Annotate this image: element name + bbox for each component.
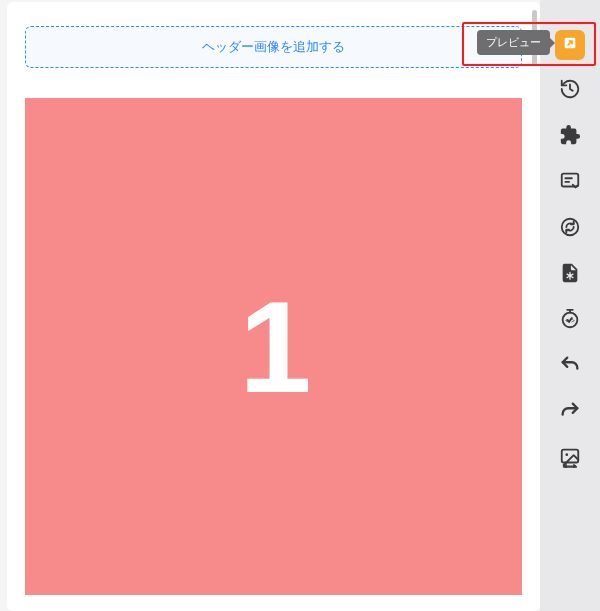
preview-button[interactable] <box>555 30 585 60</box>
extension-icon <box>559 124 581 150</box>
timer-icon: </> <box>559 308 581 334</box>
preview-tooltip: プレビュー <box>477 30 550 55</box>
image-swap-icon <box>559 446 581 472</box>
preview-tooltip-text: プレビュー <box>486 36 541 48</box>
add-header-image-button[interactable]: ヘッダー画像を追加する <box>25 26 522 68</box>
svg-rect-1 <box>562 174 579 187</box>
right-toolbar: </> <box>540 0 600 611</box>
redo-icon <box>559 400 581 426</box>
add-header-image-label: ヘッダー画像を追加する <box>202 39 345 54</box>
main-panel: ヘッダー画像を追加する 1 <box>0 0 540 611</box>
image-number-text: 1 <box>239 272 307 422</box>
history-button[interactable] <box>555 76 585 106</box>
svg-point-4 <box>562 219 579 236</box>
form-button[interactable] <box>555 168 585 198</box>
preview-icon <box>562 35 578 55</box>
file-settings-button[interactable] <box>555 260 585 290</box>
svg-point-11 <box>565 453 568 456</box>
editor-card: ヘッダー画像を追加する 1 <box>7 2 540 611</box>
form-icon <box>559 170 581 196</box>
svg-text:</>: </> <box>565 317 575 324</box>
sync-icon <box>559 216 581 242</box>
file-settings-icon <box>559 262 581 288</box>
history-icon <box>559 78 581 104</box>
timer-button[interactable]: </> <box>555 306 585 336</box>
image-swap-button[interactable] <box>555 444 585 474</box>
content-image-block[interactable]: 1 <box>25 98 522 595</box>
extension-button[interactable] <box>555 122 585 152</box>
undo-button[interactable] <box>555 352 585 382</box>
sync-button[interactable] <box>555 214 585 244</box>
undo-icon <box>559 354 581 380</box>
redo-button[interactable] <box>555 398 585 428</box>
